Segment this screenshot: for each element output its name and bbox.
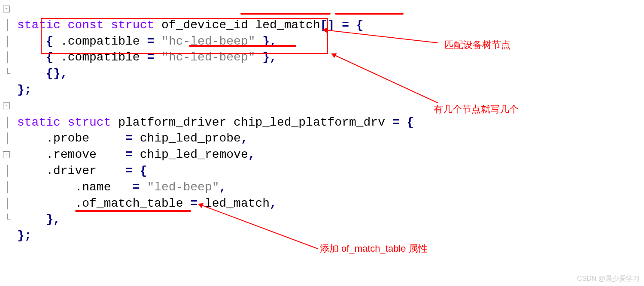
field: .compatible — [61, 35, 147, 48]
keyword: static const struct — [17, 18, 154, 32]
annotation-1: 匹配设备树节点 — [444, 39, 510, 51]
operator: = — [147, 51, 161, 64]
arrow-2 — [331, 51, 451, 111]
field: .of_match_table — [17, 197, 190, 210]
watermark: CSDN @晨少爱学习 — [577, 274, 640, 283]
field: .driver — [17, 164, 125, 178]
string-literal: "hc-led-beep" — [161, 51, 255, 64]
brace: }, — [255, 51, 277, 64]
brace: {}, — [17, 67, 68, 80]
operator: = — [133, 181, 147, 194]
operator: = { — [392, 116, 414, 129]
field: .name — [17, 181, 133, 194]
identifier: chip_led_remove — [140, 148, 248, 161]
svg-line-1 — [334, 55, 438, 103]
field: .compatible — [61, 51, 147, 64]
punct: , — [241, 132, 248, 145]
svg-line-2 — [201, 205, 318, 249]
brace: }; — [17, 229, 32, 242]
string-literal: "led-beep" — [147, 181, 219, 194]
brace: { — [17, 51, 61, 64]
punct: , — [219, 181, 226, 194]
annotation-3: 添加 of_match_table 属性 — [320, 242, 428, 255]
operator: = — [125, 148, 140, 161]
field: .probe — [17, 132, 125, 145]
identifier: platform_driver chip_led_platform_drv — [111, 116, 392, 129]
brace: }, — [17, 213, 61, 226]
identifier: chip_led_probe — [140, 132, 241, 145]
brace: { — [17, 35, 61, 48]
operator: = — [125, 132, 140, 145]
svg-line-0 — [325, 30, 438, 43]
field: .remove — [17, 148, 125, 161]
operator: = { — [125, 164, 147, 178]
arrow-1 — [322, 26, 442, 47]
operator: = — [147, 35, 161, 48]
punct: , — [248, 148, 255, 161]
annotation-2: 有几个节点就写几个 — [434, 103, 519, 116]
identifier: of_device_id led_match — [154, 18, 320, 32]
brace: }, — [255, 35, 277, 48]
brace: }; — [17, 83, 32, 96]
string-literal: "hc-led-beep" — [161, 35, 255, 48]
keyword: static struct — [17, 116, 111, 129]
